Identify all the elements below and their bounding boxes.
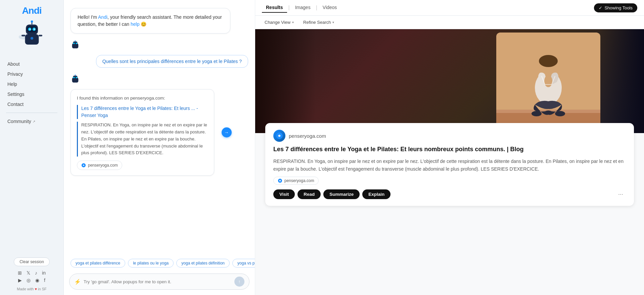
sidebar-item-contact[interactable]: Contact <box>6 99 57 109</box>
result-actions: Visit Read Summarize Explain ··· <box>273 189 626 199</box>
facebook-icon[interactable]: f <box>44 278 45 283</box>
showing-tools-label: Showing Tools <box>604 5 633 10</box>
svg-point-36 <box>555 111 565 116</box>
send-button[interactable]: ↑ <box>234 277 244 287</box>
chat-input[interactable] <box>84 279 232 284</box>
svg-point-35 <box>532 111 542 116</box>
sidebar-item-about[interactable]: About <box>6 59 57 69</box>
source-pill-text: penseryoga.com <box>88 162 118 168</box>
svg-point-25 <box>75 74 76 75</box>
chat-area: Hello! I'm Andi, your friendly search as… <box>64 0 255 295</box>
tab-separator-2: | <box>316 5 317 11</box>
change-view-label: Change View <box>265 20 290 25</box>
robot-container <box>15 17 49 51</box>
sidebar-item-privacy[interactable]: Privacy <box>6 69 57 79</box>
help-link[interactable]: help <box>131 21 139 27</box>
youtube-icon[interactable]: ▶ <box>18 278 22 283</box>
svg-point-17 <box>76 43 77 44</box>
input-wrapper: ⚡ ↑ <box>69 274 249 290</box>
bot-icon-row-2 <box>71 73 248 84</box>
reddit-icon[interactable]: ◉ <box>35 278 39 283</box>
nav-divider <box>6 113 57 113</box>
chat-messages: Hello! I'm Andi, your friendly search as… <box>64 0 255 256</box>
community-label: Community <box>7 119 31 124</box>
instagram-icon[interactable]: ◎ <box>27 278 31 283</box>
summarize-button[interactable]: Summarize <box>323 189 360 199</box>
suggestion-chip-2[interactable]: yoga et pilates définition <box>176 259 230 268</box>
toolbar-row: Change View ▾ Refine Search ▾ <box>255 16 644 29</box>
hero-right-overlay <box>600 29 644 133</box>
suggestion-chip-0[interactable]: yoga et pilates différence <box>71 259 125 268</box>
made-with-text: Made with ♥ in SF <box>17 287 46 291</box>
logo-text[interactable]: Andi <box>22 5 41 16</box>
bot-mini-icon-2 <box>71 74 80 84</box>
greeting-emoji: 😊 <box>141 21 146 27</box>
result-pill-source[interactable]: penseryoga.com <box>273 177 319 185</box>
user-question-bubble: Quelles sont les principales différences… <box>96 55 248 68</box>
suggestion-chip-3[interactable]: yoga vs pilates <box>232 259 255 268</box>
hero-image-container <box>255 29 644 133</box>
hero-left-overlay <box>255 29 316 133</box>
andi-link[interactable]: Andi <box>98 14 107 20</box>
result-pill-source-text: penseryoga.com <box>284 178 314 183</box>
social-row-bottom: ▶ ◎ ◉ f <box>18 278 45 283</box>
nav-links: About Privacy Help Settings Contact Comm… <box>0 59 63 126</box>
suggestion-chip-1[interactable]: le pilates ou le yoga <box>128 259 174 268</box>
input-bolt-icon: ⚡ <box>74 279 81 285</box>
svg-rect-13 <box>38 35 42 37</box>
svg-point-10 <box>33 28 35 30</box>
results-content: penseryoga.com Les 7 différences entre l… <box>255 29 644 295</box>
external-link-icon: ↗ <box>33 120 35 123</box>
svg-point-22 <box>73 77 75 78</box>
source-logo-svg <box>275 132 283 140</box>
send-icon: ↑ <box>238 279 241 284</box>
info-card-title-link[interactable]: Les 7 différences entre le Yoga et le Pi… <box>77 105 208 119</box>
bot-icon-row-1 <box>71 39 248 50</box>
more-actions-button[interactable]: ··· <box>615 189 626 199</box>
tabs-row: Results | Images | Videos <box>262 3 341 13</box>
arrow-forward-button[interactable]: → <box>222 127 232 137</box>
tab-images[interactable]: Images <box>291 3 315 13</box>
svg-point-9 <box>29 28 31 30</box>
read-button[interactable]: Read <box>297 189 321 199</box>
refine-search-chevron: ▾ <box>332 20 334 24</box>
result-card-text: RESPIRATION. En Yoga, on inspire par le … <box>273 158 626 173</box>
svg-point-16 <box>73 43 75 44</box>
refine-search-button[interactable]: Refine Search ▾ <box>301 18 337 26</box>
info-card-header: I found this information on penseryoga.c… <box>77 95 208 102</box>
visit-button[interactable]: Visit <box>273 189 295 199</box>
linkedin-icon[interactable]: in <box>42 270 46 276</box>
svg-point-19 <box>75 40 76 41</box>
tab-results[interactable]: Results <box>262 3 287 13</box>
explain-button[interactable]: Explain <box>362 189 390 199</box>
showing-tools-button[interactable]: ✓ Showing Tools <box>594 3 637 12</box>
svg-point-34 <box>544 75 552 87</box>
social-icons: ⊞ 𝕏 ♪ in ▶ ◎ ◉ f <box>4 270 59 283</box>
sidebar-item-settings[interactable]: Settings <box>6 89 57 99</box>
change-view-button[interactable]: Change View ▾ <box>262 18 296 26</box>
clear-session-button[interactable]: Clear session <box>14 257 50 266</box>
svg-point-11 <box>30 37 33 40</box>
tab-separator-1: | <box>288 5 290 11</box>
bot-mini-icon-1 <box>71 40 80 50</box>
result-source-name: penseryoga.com <box>289 133 326 139</box>
source-logo-icon <box>81 163 86 168</box>
user-question-wrapper: Quelles sont les principales différences… <box>71 55 248 68</box>
twitter-icon[interactable]: 𝕏 <box>27 270 30 276</box>
result-pill-logo-icon <box>278 178 282 183</box>
info-card: I found this information on penseryoga.c… <box>71 89 214 176</box>
tab-videos[interactable]: Videos <box>319 3 341 13</box>
tiktok-icon[interactable]: ♪ <box>35 270 37 276</box>
result-card-title: Les 7 différences entre le Yoga et le Pi… <box>273 145 626 154</box>
greeting-bubble: Hello! I'm Andi, your friendly search as… <box>71 8 230 34</box>
info-card-text: RESPIRATION. En Yoga, on inspire par le … <box>77 122 208 157</box>
svg-point-32 <box>539 55 558 67</box>
discord-icon[interactable]: ⊞ <box>18 270 22 276</box>
source-pill[interactable]: penseryoga.com <box>77 161 122 170</box>
suggestions-row: yoga et pilates différence le pilates ou… <box>64 256 255 270</box>
svg-rect-12 <box>21 35 25 37</box>
logo-area: Andi <box>15 5 49 51</box>
sidebar-item-community[interactable]: Community ↗ <box>6 116 57 126</box>
social-row-top: ⊞ 𝕏 ♪ in <box>18 270 46 276</box>
sidebar-item-help[interactable]: Help <box>6 79 57 89</box>
